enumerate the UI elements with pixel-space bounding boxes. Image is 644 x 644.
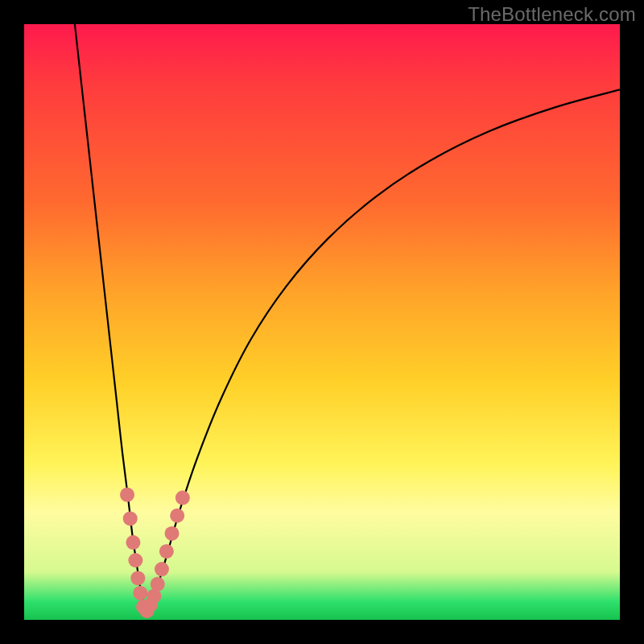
data-marker bbox=[151, 577, 165, 592]
data-marker bbox=[128, 553, 142, 568]
data-marker bbox=[120, 488, 134, 502]
data-marker bbox=[133, 586, 147, 601]
data-marker bbox=[126, 535, 140, 550]
data-marker bbox=[130, 571, 145, 585]
data-markers bbox=[120, 488, 190, 618]
chart-frame: TheBottleneck.com bbox=[0, 0, 644, 644]
watermark-text: TheBottleneck.com bbox=[468, 3, 636, 26]
data-marker bbox=[170, 509, 184, 523]
data-marker bbox=[175, 490, 190, 505]
data-marker bbox=[155, 562, 169, 576]
curve-layer bbox=[24, 24, 620, 620]
data-marker bbox=[159, 544, 174, 559]
plot-area bbox=[24, 24, 620, 620]
right-branch-curve bbox=[147, 89, 620, 613]
data-marker bbox=[165, 526, 180, 541]
left-branch-curve bbox=[75, 24, 147, 614]
data-marker bbox=[123, 511, 138, 526]
